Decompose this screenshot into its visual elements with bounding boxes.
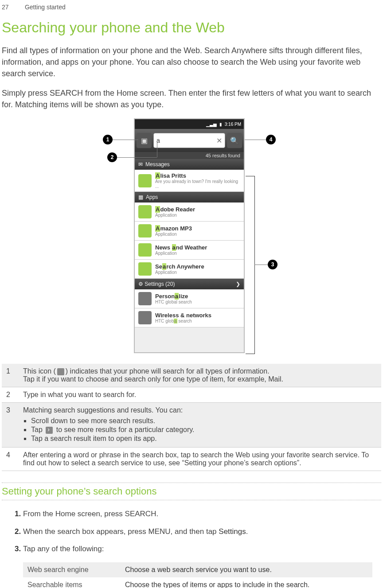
step: When the search box appears, press MENU,… xyxy=(23,526,381,537)
chevron-right-icon: ❯ xyxy=(236,281,240,287)
table-row: Web search engine Choose a web search se… xyxy=(23,562,372,577)
leader-line xyxy=(157,140,157,157)
phone-screenshot: ▁▃▅ ▮ 3:16 PM ▣ a ✕ 🔍 45 results found ✉… xyxy=(134,118,245,353)
app-icon xyxy=(138,243,152,257)
page-title: Searching your phone and the Web xyxy=(2,19,381,36)
callout-2: 2 xyxy=(107,152,117,162)
signal-icon: ▁▃▅ xyxy=(206,122,217,127)
section-name: Getting started xyxy=(25,4,66,11)
leader-line xyxy=(245,140,266,140)
results-count: 45 results found xyxy=(135,152,244,159)
step: From the Home screen, press SEARCH. xyxy=(23,508,381,520)
app-row[interactable]: Amazon MP3Application xyxy=(135,222,244,241)
subheading: Setting your phone’s search options xyxy=(2,483,381,500)
search-input[interactable]: a ✕ xyxy=(153,133,225,148)
legend-text: Type in what you want to search for. xyxy=(19,387,381,403)
legend-num: 1 xyxy=(2,364,19,387)
settings-icon xyxy=(138,311,152,324)
intro-paragraph-1: Find all types of information on your ph… xyxy=(2,45,381,79)
app-row[interactable]: Adobe ReaderApplication xyxy=(135,202,244,222)
option-name: Web search engine xyxy=(23,562,121,577)
legend-num: 4 xyxy=(2,448,19,471)
legend-text: Matching search suggestions and results.… xyxy=(19,403,381,448)
app-row[interactable]: News and WeatherApplication xyxy=(135,241,244,260)
settings-row[interactable]: PersonalizeHTC global search xyxy=(135,289,244,308)
section-apps: ▦Apps xyxy=(135,192,244,202)
figure: ▁▃▅ ▮ 3:16 PM ▣ a ✕ 🔍 45 results found ✉… xyxy=(98,118,285,353)
callout-3: 3 xyxy=(268,260,277,269)
leader-line xyxy=(117,157,157,158)
leader-line xyxy=(113,140,138,140)
legend-table: 1 This icon () indicates that your phone… xyxy=(2,364,381,471)
status-bar: ▁▃▅ ▮ 3:16 PM xyxy=(135,119,244,129)
legend-num: 2 xyxy=(2,387,19,403)
battery-icon: ▮ xyxy=(219,122,222,127)
search-web-icon[interactable]: 🔍 xyxy=(227,133,242,148)
steps-list: From the Home screen, press SEARCH. When… xyxy=(2,508,381,555)
settings-link: Settings xyxy=(219,527,246,536)
message-row[interactable]: Alisa PrittsAre you already in town? I'm… xyxy=(135,170,244,192)
callout-4: 4 xyxy=(266,135,276,144)
legend-bullet: Scroll down to see more search results. xyxy=(31,417,377,425)
search-scope-icon xyxy=(57,368,64,375)
legend-text: This icon () indicates that your phone w… xyxy=(19,364,381,387)
chevron-right-icon xyxy=(46,427,53,434)
legend-bullet: Tap a search result item to open its app… xyxy=(31,435,377,443)
page: 27 Getting started Searching your phone … xyxy=(0,0,383,588)
table-row: Searchable items Choose the types of ite… xyxy=(23,577,372,588)
leader-line xyxy=(254,265,268,265)
search-bar: ▣ a ✕ 🔍 xyxy=(135,129,244,152)
clear-icon[interactable]: ✕ xyxy=(216,136,222,145)
search-scope-icon[interactable]: ▣ xyxy=(137,133,152,148)
contact-icon xyxy=(138,174,152,187)
option-desc: Choose the types of items or apps to inc… xyxy=(121,577,372,588)
app-icon xyxy=(138,262,152,276)
bracket xyxy=(246,176,255,354)
section-settings[interactable]: ⚙ Settings (20)❯ xyxy=(135,279,244,289)
options-table: Web search engine Choose a web search se… xyxy=(23,562,372,588)
app-icon xyxy=(138,224,152,238)
settings-row[interactable]: Wireless & networksHTC globa search xyxy=(135,308,244,327)
app-icon xyxy=(138,205,152,218)
step: Tap any of the following: xyxy=(23,543,381,555)
legend-text: After entering a word or phrase in the s… xyxy=(19,448,381,471)
clock: 3:16 PM xyxy=(225,122,241,127)
settings-icon xyxy=(138,292,152,305)
legend-bullet: Tap to see more results for a particular… xyxy=(31,426,377,434)
running-header: 27 Getting started xyxy=(2,4,381,11)
page-number: 27 xyxy=(2,4,23,11)
figure-wrap: ▁▃▅ ▮ 3:16 PM ▣ a ✕ 🔍 45 results found ✉… xyxy=(2,118,381,353)
section-messages: ✉Messages xyxy=(135,159,244,170)
legend-num: 3 xyxy=(2,403,19,448)
option-name: Searchable items xyxy=(23,577,121,588)
app-row[interactable]: Search AnywhereApplication xyxy=(135,260,244,279)
callout-1: 1 xyxy=(103,135,113,144)
option-desc: Choose a web search service you want to … xyxy=(121,562,372,577)
intro-paragraph-2: Simply press SEARCH from the Home screen… xyxy=(2,87,381,110)
